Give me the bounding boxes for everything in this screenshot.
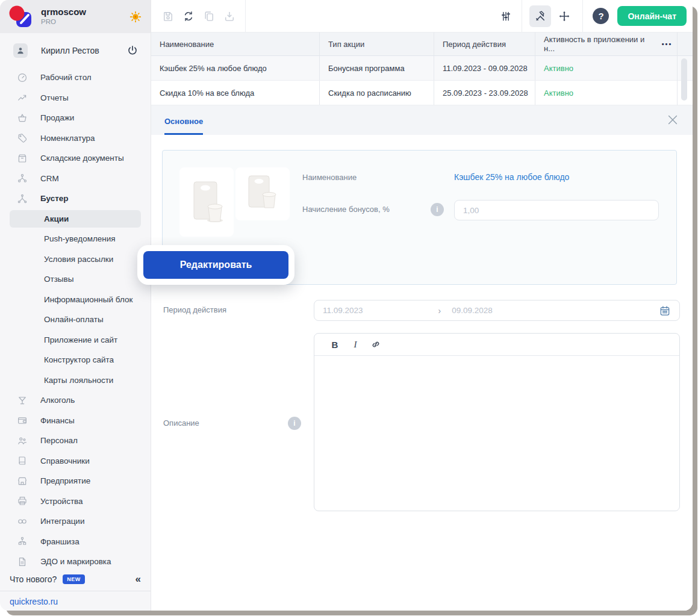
link-icon[interactable] — [369, 337, 383, 352]
cell-period: 25.09.2023 - 23.09.2028 — [434, 81, 535, 105]
quickresto-site-link[interactable]: quickresto.ru — [10, 597, 58, 606]
app-window: qrmoscow PRO Кирилл Рестов — [0, 0, 693, 611]
crm-icon — [17, 173, 28, 184]
info-icon[interactable]: i — [288, 417, 301, 430]
copy-icon[interactable] — [199, 7, 219, 26]
edo-document-icon — [17, 556, 28, 567]
save-icon[interactable] — [158, 7, 178, 26]
edit-popover: Редактировать — [137, 245, 294, 285]
period-end-value: 09.09.2028 — [452, 306, 493, 315]
promotion-name-link[interactable]: Кэшбек 25% на любое блюдо — [454, 172, 569, 182]
collapse-sidebar-icon[interactable]: « — [136, 573, 141, 585]
logout-power-icon[interactable] — [126, 45, 139, 57]
edit-button[interactable]: Редактировать — [143, 251, 288, 279]
move-icon[interactable] — [553, 5, 575, 27]
sidebar-item-franchise[interactable]: Франшиза — [0, 532, 151, 552]
brand-logo-icon — [8, 5, 33, 29]
column-header-type[interactable]: Тип акции — [320, 33, 434, 55]
sidebar-item-crm[interactable]: CRM — [0, 169, 151, 189]
column-header-name[interactable]: Наименование — [151, 33, 320, 55]
calendar-icon[interactable] — [659, 305, 671, 317]
toolbar-divider — [522, 0, 522, 32]
table-row[interactable]: Кэшбек 25% на любое блюдо Бонусная прогр… — [151, 56, 693, 81]
new-badge: NEW — [63, 574, 85, 584]
sales-icon — [17, 113, 28, 123]
period-date-range-input[interactable]: 11.09.2023 › 09.09.2028 — [314, 300, 680, 321]
sidebar-item-finance[interactable]: Финансы — [0, 411, 151, 431]
table-more-menu-icon[interactable]: ••• — [662, 40, 673, 48]
close-icon[interactable] — [666, 113, 679, 126]
toolbar-divider — [582, 0, 583, 32]
cell-period: 11.09.2023 - 09.09.2028 — [434, 56, 535, 80]
bonus-percent-input[interactable] — [454, 200, 659, 220]
sidebar-item-integrations[interactable]: Интеграции — [0, 511, 151, 532]
editor-text-area[interactable] — [314, 356, 679, 511]
description-editor: B I — [314, 333, 680, 511]
sidebar-item-reports[interactable]: Отчеты — [0, 88, 151, 108]
sidebar-footer: Что нового? NEW « quickresto.ru — [0, 569, 151, 611]
panel-tabbar: Основное — [151, 105, 693, 135]
franchise-icon — [17, 536, 28, 547]
sidebar-item-edo-marking[interactable]: ЭДО и маркировка — [0, 552, 151, 569]
sidebar-item-online-payments[interactable]: Онлайн-оплаты — [0, 310, 151, 330]
sidebar-item-reviews[interactable]: Отзывы — [0, 269, 151, 290]
sidebar-item-info-block[interactable]: Информационный блок — [0, 290, 151, 310]
table-scrollbar[interactable] — [681, 58, 687, 101]
download-icon[interactable] — [220, 7, 239, 26]
directories-icon — [17, 455, 28, 466]
status-badge: Активно — [535, 81, 677, 105]
warehouse-icon — [17, 153, 28, 164]
reports-icon — [17, 92, 28, 103]
promo-image-thumbnail[interactable] — [235, 167, 290, 220]
sidebar-item-dashboard[interactable]: Рабочий стол — [0, 67, 151, 88]
online-chat-button[interactable]: Онлайн-чат — [617, 6, 687, 26]
bold-icon[interactable]: B — [328, 337, 342, 352]
footer-divider — [0, 591, 151, 591]
column-header-period[interactable]: Период действия — [434, 33, 535, 55]
sidebar-nav: Рабочий стол Отчеты Продажи Номенклатура… — [0, 67, 151, 569]
tab-main[interactable]: Основное — [164, 117, 203, 135]
italic-icon[interactable]: I — [348, 337, 363, 352]
user-row[interactable]: Кирилл Рестов — [0, 39, 151, 63]
whats-new-link[interactable]: Что нового? — [10, 574, 57, 584]
sidebar-item-staff[interactable]: Персонал — [0, 431, 151, 451]
info-icon[interactable]: i — [431, 203, 444, 216]
sidebar-item-enterprise[interactable]: Предприятие — [0, 471, 151, 491]
sidebar-item-loyalty-cards[interactable]: Карты лояльности — [0, 370, 151, 391]
dashboard-icon — [17, 72, 28, 83]
sidebar-item-mailing-conditions[interactable]: Условия рассылки — [0, 249, 151, 270]
sidebar-item-site-builder[interactable]: Конструктор сайта — [0, 350, 151, 370]
promotions-table: Наименование Тип акции Период действия А… — [151, 33, 693, 105]
sidebar-item-push-notifications[interactable]: Push-уведомления — [0, 229, 151, 249]
finance-icon — [17, 415, 28, 426]
filter-sliders-icon[interactable] — [496, 7, 516, 26]
sidebar-item-devices[interactable]: Устройства — [0, 491, 151, 512]
brand-plan: PRO — [41, 18, 129, 26]
main-area: ? Онлайн-чат Наименование Тип акции Пери… — [151, 0, 693, 611]
description-label: Описание — [163, 418, 199, 428]
sidebar-item-warehouse[interactable]: Складские документы — [0, 148, 151, 169]
help-icon[interactable]: ? — [593, 8, 609, 24]
period-label: Период действия — [163, 305, 226, 314]
table-row[interactable]: Скидка 10% на все блюда Скидка по распис… — [151, 81, 693, 105]
refresh-icon[interactable] — [179, 7, 198, 26]
promo-image-thumbnail[interactable] — [179, 167, 234, 237]
sidebar-item-app-and-site[interactable]: Приложение и сайт — [0, 330, 151, 350]
chevron-right-icon: › — [438, 306, 441, 316]
column-header-activity[interactable]: Активность в приложении и н... — [535, 33, 657, 55]
sidebar-item-sales[interactable]: Продажи — [0, 108, 151, 128]
devices-icon — [17, 496, 28, 506]
avatar — [13, 43, 28, 58]
sidebar-item-alcohol[interactable]: Алкоголь — [0, 390, 151, 411]
theme-toggle-sun-icon[interactable] — [129, 10, 142, 23]
name-label: Наименование — [302, 173, 357, 182]
sidebar-item-promotions[interactable]: Акции — [10, 210, 141, 228]
sidebar: qrmoscow PRO Кирилл Рестов — [0, 0, 151, 611]
enterprise-icon — [17, 476, 28, 487]
sidebar-item-booster[interactable]: Бустер — [0, 188, 151, 209]
toolbar: ? Онлайн-чат — [151, 0, 693, 33]
bonus-label: Начисление бонусов, % — [302, 205, 390, 214]
sidebar-item-nomenclature[interactable]: Номенклатура — [0, 128, 151, 149]
sidebar-item-directories[interactable]: Справочники — [0, 451, 151, 471]
tools-icon[interactable] — [529, 5, 551, 27]
